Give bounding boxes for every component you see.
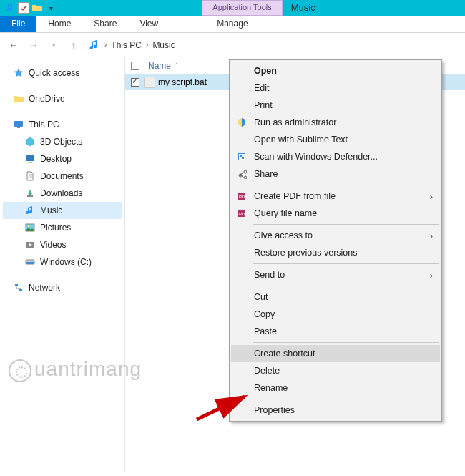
sidebar-item-label: 3D Objects [40, 137, 82, 147]
tab-view[interactable]: View [128, 16, 170, 32]
menu-query-file-name[interactable]: PDF Query file name [231, 205, 440, 222]
menu-run-as-admin[interactable]: Run as administrator [231, 114, 440, 131]
sidebar-item-this-pc[interactable]: This PC [3, 116, 122, 133]
svg-rect-15 [240, 155, 242, 157]
file-name: my script.bat [158, 77, 207, 87]
file-list-pane: Name⌃ # Title Contributing my script.bat… [125, 57, 465, 472]
music-icon [4, 2, 16, 14]
sidebar-item-onedrive[interactable]: OneDrive [3, 90, 122, 107]
breadcrumb-this-pc[interactable]: This PC [111, 40, 142, 50]
sidebar-item-label: This PC [29, 120, 59, 130]
menu-cut[interactable]: Cut [231, 288, 440, 306]
sidebar-item-music[interactable]: Music [3, 202, 122, 219]
svg-rect-11 [15, 284, 18, 286]
menu-separator [253, 286, 439, 286]
breadcrumb[interactable]: › This PC › Music [89, 39, 175, 51]
tab-manage[interactable]: Manage [205, 16, 259, 32]
svg-rect-16 [242, 157, 244, 159]
sort-caret-icon: ⌃ [174, 62, 179, 69]
select-all-checkbox[interactable] [131, 62, 140, 70]
video-icon [24, 239, 36, 251]
chevron-right-icon: › [430, 191, 433, 202]
picture-icon [24, 222, 36, 233]
sidebar-item-quick-access[interactable]: Quick access [3, 64, 122, 82]
share-icon [236, 168, 248, 180]
svg-text:PDF: PDF [239, 212, 247, 216]
cube-icon [24, 136, 36, 147]
defender-icon [236, 151, 248, 162]
document-icon [24, 170, 36, 182]
menu-properties[interactable]: Properties [231, 402, 440, 419]
pdf-icon: PDF [236, 190, 248, 202]
svg-rect-5 [27, 195, 33, 197]
menu-separator [253, 263, 439, 264]
menu-delete[interactable]: Delete [231, 362, 440, 379]
sidebar-item-downloads[interactable]: Downloads [3, 185, 122, 202]
tab-home[interactable]: Home [36, 16, 82, 32]
menu-copy[interactable]: Copy [231, 306, 440, 323]
menu-separator [253, 399, 439, 399]
sidebar-item-desktop[interactable]: Desktop [3, 150, 122, 167]
desktop-icon [24, 153, 36, 165]
menu-rename[interactable]: Rename [231, 379, 440, 397]
sidebar-item-network[interactable]: Network [3, 279, 122, 296]
tab-share[interactable]: Share [82, 16, 128, 32]
menu-create-pdf[interactable]: PDF Create PDF from file › [231, 188, 440, 205]
menu-open-with-sublime[interactable]: Open with Sublime Text [231, 131, 440, 148]
svg-rect-10 [26, 262, 34, 264]
download-icon [24, 188, 36, 199]
new-folder-icon[interactable] [31, 2, 43, 14]
svg-text:PDF: PDF [239, 195, 247, 199]
svg-point-7 [28, 225, 30, 228]
file-checkbox[interactable] [131, 78, 140, 87]
sidebar-item-pictures[interactable]: Pictures [3, 219, 122, 236]
title-bar: ▾ Application Tools Music [0, 0, 465, 16]
chevron-right-icon: › [430, 230, 433, 241]
back-button[interactable]: ← [6, 37, 21, 53]
shield-icon [236, 117, 248, 128]
quick-access-toolbar: ▾ [0, 0, 61, 16]
forward-button[interactable]: → [26, 37, 41, 53]
breadcrumb-music[interactable]: Music [152, 40, 175, 50]
menu-give-access-to[interactable]: Give access to › [231, 227, 440, 244]
svg-rect-4 [28, 162, 32, 163]
tab-file[interactable]: File [0, 16, 36, 32]
menu-open[interactable]: Open [231, 62, 440, 79]
sidebar-item-label: Music [40, 205, 62, 215]
bat-file-icon [144, 77, 155, 88]
properties-icon[interactable] [18, 2, 29, 14]
ribbon-tabs: File Home Share View Manage [0, 16, 465, 33]
menu-share[interactable]: Share [231, 165, 440, 183]
star-icon [13, 67, 24, 79]
nav-bar: ← → ▾ ↑ › This PC › Music [0, 33, 465, 57]
sidebar-item-documents[interactable]: Documents [3, 167, 122, 185]
sidebar-item-3d-objects[interactable]: 3D Objects [3, 133, 122, 150]
menu-edit[interactable]: Edit [231, 79, 440, 97]
chevron-right-icon: › [430, 270, 433, 281]
context-tab-application-tools[interactable]: Application Tools [202, 0, 282, 16]
sidebar-item-label: Desktop [40, 154, 72, 164]
svg-rect-1 [14, 121, 23, 127]
chevron-right-icon[interactable]: › [104, 41, 107, 49]
svg-rect-12 [19, 289, 22, 291]
column-name[interactable]: Name⌃ [140, 61, 240, 71]
menu-print[interactable]: Print [231, 97, 440, 114]
menu-paste[interactable]: Paste [231, 323, 440, 340]
chevron-right-icon[interactable]: › [146, 41, 148, 49]
menu-restore-previous[interactable]: Restore previous versions [231, 244, 440, 261]
qat-dropdown-icon[interactable]: ▾ [45, 2, 57, 14]
menu-scan-defender[interactable]: Scan with Windows Defender... [231, 148, 440, 165]
sidebar-item-windows-c[interactable]: Windows (C:) [3, 253, 122, 271]
menu-separator [253, 185, 439, 185]
navigation-pane: Quick access OneDrive This PC 3D Objects… [0, 57, 125, 472]
menu-separator [253, 224, 439, 225]
window-title: Music [283, 0, 324, 16]
network-icon [13, 282, 24, 293]
menu-send-to[interactable]: Send to › [231, 266, 440, 283]
recent-dropdown[interactable]: ▾ [46, 37, 62, 53]
menu-create-shortcut[interactable]: Create shortcut [231, 345, 440, 362]
sidebar-item-videos[interactable]: Videos [3, 236, 122, 253]
up-button[interactable]: ↑ [66, 37, 82, 53]
sidebar-item-label: OneDrive [29, 94, 65, 104]
monitor-icon [13, 119, 24, 130]
